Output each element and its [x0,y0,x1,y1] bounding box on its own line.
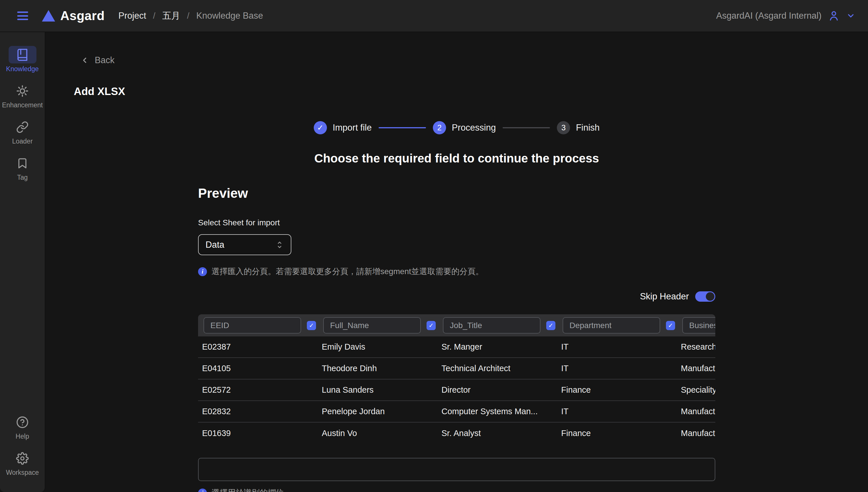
main-panel: Back Add XLSX ✓Import file2Processing3Fi… [45,32,868,492]
table-row: E04105Theodore DinhTechnical ArchitectIT… [198,358,715,379]
sidebar-bottom-group: HelpWorkspace [0,399,45,492]
table-cell: Finance [557,385,677,395]
identifier-hint-text: 選擇用於識別的欄位 [212,487,284,492]
table-cell: IT [557,364,677,373]
skip-header-toggle[interactable] [695,291,715,302]
table-cell: Emily Davis [318,342,438,352]
app-root: Asgard Project / 五月 / Knowledge Base Asg… [0,0,868,492]
identifier-field[interactable] [198,458,715,481]
step-import-file[interactable]: ✓Import file [314,121,372,134]
table-cell: Computer Systems Man... [438,407,557,416]
sheet-hint-text: 選擇匯入的分頁。若需要選取更多分頁，請新增segment並選取需要的分頁。 [212,266,483,277]
table-cell: Manufactu [677,407,715,416]
table-cell: Sr. Manger [438,342,557,352]
topbar: Asgard Project / 五月 / Knowledge Base Asg… [0,0,868,32]
step-number: 3 [557,121,570,134]
table-cell: E02572 [198,385,318,395]
table-row: E02832Penelope JordanComputer Systems Ma… [198,401,715,422]
table-cell: Penelope Jordan [318,407,438,416]
step-instruction: Choose the required field to continue th… [45,152,868,165]
breadcrumb-separator: / [153,11,155,21]
sidebar-item-label: Loader [12,138,33,145]
breadcrumb-project[interactable]: Project [119,10,146,21]
column-header-full_name: Full_Name✓ [318,317,438,334]
column-header-job_title: Job_Title✓ [438,317,557,334]
logo-triangle-icon [42,10,55,22]
column-name-input[interactable]: EEID [203,317,301,334]
preview-section: Preview Select Sheet for import Data i 選… [198,186,715,492]
gear-icon [8,449,36,467]
sheet-select-value: Data [205,240,224,250]
step-connector [503,127,550,128]
step-processing[interactable]: 2Processing [433,121,496,134]
column-name-input[interactable]: Full_Name [323,317,421,334]
table-row: E02387Emily DavisSr. MangerITResearch [198,337,715,358]
column-checkbox[interactable]: ✓ [546,321,555,330]
breadcrumb-folder[interactable]: 五月 [162,10,180,22]
back-button[interactable]: Back [80,55,115,66]
identifier-hint: i 選擇用於識別的欄位 [198,487,715,492]
chevron-down-icon [846,11,855,20]
check-icon: ✓ [314,121,327,134]
sidebar-item-knowledge[interactable]: Knowledge [2,46,43,73]
sidebar-top-group: KnowledgeEnhancementLoaderTag [2,32,43,181]
wizard-stepper: ✓Import file2Processing3Finish [45,121,868,134]
step-label: Finish [576,123,600,133]
step-finish[interactable]: 3Finish [557,121,600,134]
column-checkbox[interactable]: ✓ [426,321,436,330]
table-cell: Sr. Analyst [438,428,557,438]
account-menu[interactable]: AsgardAI (Asgard Internal) [716,10,855,22]
sidebar-item-label: Help [16,433,29,440]
table-body: E02387Emily DavisSr. MangerITResearchE04… [198,337,715,444]
step-number: 2 [433,121,446,134]
column-name-input[interactable]: Department [563,317,660,334]
breadcrumb: Project / 五月 / Knowledge Base [119,10,263,22]
step-label: Processing [452,123,496,133]
book-icon [8,46,36,64]
sidebar-item-enhancement[interactable]: Enhancement [2,82,43,109]
breadcrumb-separator: / [187,11,189,21]
select-updown-icon [275,240,284,250]
brand[interactable]: Asgard [42,8,105,23]
column-header-eeid: EEID✓ [198,317,318,334]
table-cell: E04105 [198,364,318,373]
table-header-row: EEID✓Full_Name✓Job_Title✓Department✓Busi… [198,314,715,337]
sidebar-item-label: Tag [17,174,28,181]
table-cell: Finance [557,428,677,438]
table-cell: Manufactu [677,428,715,438]
table-cell: E02387 [198,342,318,352]
sidebar-item-help[interactable]: Help [0,413,45,440]
preview-heading: Preview [198,186,715,201]
table-cell: Theodore Dinh [318,364,438,373]
skip-header-row: Skip Header [198,291,715,302]
table-cell: E02832 [198,407,318,416]
column-checkbox[interactable]: ✓ [666,321,675,330]
breadcrumb-knowledge-base[interactable]: Knowledge Base [196,10,263,21]
table-cell: Speciality [677,385,715,395]
sheet-select-label: Select Sheet for import [198,218,715,227]
table-cell: Manufactu [677,364,715,373]
sidebar-item-label: Knowledge [6,65,39,73]
sidebar-item-tag[interactable]: Tag [2,154,43,181]
step-connector [379,127,426,128]
account-name: AsgardAI (Asgard Internal) [716,10,821,21]
sidebar-item-label: Workspace [6,469,39,476]
sidebar-item-loader[interactable]: Loader [2,118,43,145]
menu-icon[interactable] [17,11,28,20]
sheet-select[interactable]: Data [198,234,291,255]
column-name-input[interactable]: Business [682,317,715,334]
table-cell: Austin Vo [318,428,438,438]
bookmark-icon [8,154,36,172]
column-name-input[interactable]: Job_Title [443,317,541,334]
info-icon: i [198,489,207,492]
brand-name: Asgard [60,8,105,23]
column-checkbox[interactable]: ✓ [307,321,316,330]
sheet-hint: i 選擇匯入的分頁。若需要選取更多分頁，請新增segment並選取需要的分頁。 [198,266,715,277]
preview-table: EEID✓Full_Name✓Job_Title✓Department✓Busi… [198,314,715,444]
table-cell: Director [438,385,557,395]
chevron-left-icon [80,56,89,65]
page-title: Add XLSX [74,85,868,98]
sidebar-item-workspace[interactable]: Workspace [0,449,45,476]
table-cell: Technical Architect [438,364,557,373]
back-label: Back [95,55,115,66]
